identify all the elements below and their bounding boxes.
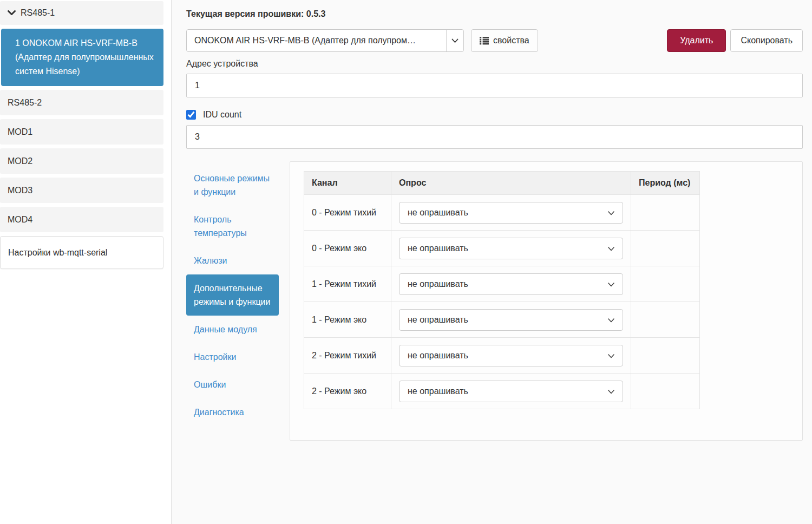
poll-select-value: не опрашивать <box>408 244 468 253</box>
table-row: 1 - Режим тихий не опрашивать <box>304 266 700 302</box>
sidebar-item-1[interactable]: MOD1 <box>0 119 163 145</box>
idu-count-label: IDU count <box>203 110 241 120</box>
select-chevron-down-icon <box>608 315 614 325</box>
select-chevron-down-icon <box>608 208 614 218</box>
table-row: 1 - Режим эко не опрашивать <box>304 302 700 338</box>
app-window: RS485-1 1 ONOKOM AIR HS-VRF-MB-B (Адапте… <box>0 0 812 524</box>
poll-select[interactable]: не опрашивать <box>399 202 623 224</box>
period-cell <box>631 302 700 338</box>
chevron-down-icon <box>8 10 16 16</box>
sidebar-item-2[interactable]: MOD2 <box>0 148 163 174</box>
device-address-input[interactable] <box>186 74 803 97</box>
idu-count-checkbox[interactable] <box>186 110 196 120</box>
poll-select[interactable]: не опрашивать <box>399 381 623 402</box>
poll-cell: не опрашивать <box>391 195 631 231</box>
tab-5[interactable]: Настройки <box>186 343 279 371</box>
select-chevron-down-icon <box>608 387 614 396</box>
properties-button-label: свойства <box>493 36 529 45</box>
delete-button[interactable]: Удалить <box>667 29 726 52</box>
channel-name-cell: 0 - Режим эко <box>304 231 391 266</box>
poll-cell: не опрашивать <box>391 302 631 338</box>
column-header-channel: Канал <box>304 172 391 195</box>
poll-select-value: не опрашивать <box>408 279 468 289</box>
period-cell <box>631 231 700 266</box>
sidebar-port-list: RS485-2MOD1MOD2MOD3MOD4 <box>0 90 171 232</box>
channels-table: Канал Опрос Период (мс) 0 - Режим тихий … <box>304 171 700 409</box>
tab-1[interactable]: Контроль температуры <box>186 206 279 247</box>
poll-cell: не опрашивать <box>391 374 631 409</box>
poll-select[interactable]: не опрашивать <box>399 273 623 295</box>
period-cell <box>631 266 700 302</box>
sidebar-group-rs485-1[interactable]: RS485-1 <box>0 1 163 25</box>
poll-select[interactable]: не опрашивать <box>399 238 623 259</box>
poll-select-value: не опрашивать <box>408 315 468 325</box>
poll-select-value: не опрашивать <box>408 387 468 396</box>
poll-cell: не опрашивать <box>391 231 631 266</box>
poll-cell: не опрашивать <box>391 266 631 302</box>
channel-name-cell: 0 - Режим тихий <box>304 195 391 231</box>
tab-active[interactable]: Дополнительные режимы и функции <box>186 274 279 316</box>
sidebar-item-wb-mqtt-serial-settings[interactable]: Настройки wb-mqtt-serial <box>0 236 163 269</box>
sidebar-item-4[interactable]: MOD4 <box>0 207 163 232</box>
tab-2[interactable]: Жалюзи <box>186 247 279 274</box>
sidebar: RS485-1 1 ONOKOM AIR HS-VRF-MB-B (Адапте… <box>0 0 172 524</box>
sidebar-group-label: RS485-1 <box>21 8 55 18</box>
period-cell <box>631 195 700 231</box>
table-header-row: Канал Опрос Период (мс) <box>304 172 700 195</box>
channel-name-cell: 2 - Режим эко <box>304 374 391 409</box>
tab-0[interactable]: Основные режимы и функции <box>186 165 279 206</box>
table-row: 2 - Режим тихий не опрашивать <box>304 338 700 374</box>
sidebar-item-3[interactable]: MOD3 <box>0 178 163 203</box>
select-chevron-down-icon <box>608 279 614 289</box>
idu-count-row: IDU count <box>186 110 803 120</box>
select-chevron-down-icon <box>608 244 614 253</box>
table-row: 0 - Режим эко не опрашивать <box>304 231 700 266</box>
poll-select-value: не опрашивать <box>408 208 468 218</box>
settings-section: Основные режимы и функцииКонтроль темпер… <box>186 161 803 441</box>
column-header-period: Период (мс) <box>631 172 700 195</box>
properties-button[interactable]: свойства <box>471 29 538 52</box>
select-chevron-down-icon <box>608 351 614 361</box>
poll-cell: не опрашивать <box>391 338 631 374</box>
poll-select[interactable]: не опрашивать <box>399 345 623 366</box>
poll-select-value: не опрашивать <box>408 351 468 361</box>
period-cell <box>631 374 700 409</box>
toolbar: ONOKOM AIR HS-VRF-MB-B (Адаптер для полу… <box>186 29 803 52</box>
tab-7[interactable]: Диагностика <box>186 398 279 426</box>
idu-count-input[interactable] <box>186 125 803 149</box>
sidebar-item-selected-device[interactable]: 1 ONOKOM AIR HS-VRF-MB-B (Адаптер для по… <box>1 29 163 86</box>
period-cell <box>631 338 700 374</box>
main-content: Текущая версия прошивки: 0.5.3 ONOKOM AI… <box>172 0 812 524</box>
channels-panel: Канал Опрос Период (мс) 0 - Режим тихий … <box>290 161 803 441</box>
device-type-select-value: ONOKOM AIR HS-VRF-MB-B (Адаптер для полу… <box>187 30 446 51</box>
tab-list: Основные режимы и функцииКонтроль темпер… <box>186 165 279 426</box>
copy-button[interactable]: Скопировать <box>730 29 803 52</box>
tab-6[interactable]: Ошибки <box>186 371 279 398</box>
firmware-version-text: Текущая версия прошивки: 0.5.3 <box>186 9 803 19</box>
table-row: 0 - Режим тихий не опрашивать <box>304 195 700 231</box>
tab-4[interactable]: Данные модуля <box>186 316 279 343</box>
device-address-label: Адрес устройства <box>186 59 803 69</box>
select-chevron-down-icon <box>446 30 463 51</box>
channel-name-cell: 1 - Режим эко <box>304 302 391 338</box>
sidebar-item-0[interactable]: RS485-2 <box>0 90 163 115</box>
device-type-select[interactable]: ONOKOM AIR HS-VRF-MB-B (Адаптер для полу… <box>186 29 464 52</box>
table-row: 2 - Режим эко не опрашивать <box>304 374 700 409</box>
channel-name-cell: 2 - Режим тихий <box>304 338 391 374</box>
poll-select[interactable]: не опрашивать <box>399 309 623 331</box>
column-header-poll: Опрос <box>391 172 631 195</box>
channel-name-cell: 1 - Режим тихий <box>304 266 391 302</box>
list-icon <box>480 37 489 45</box>
